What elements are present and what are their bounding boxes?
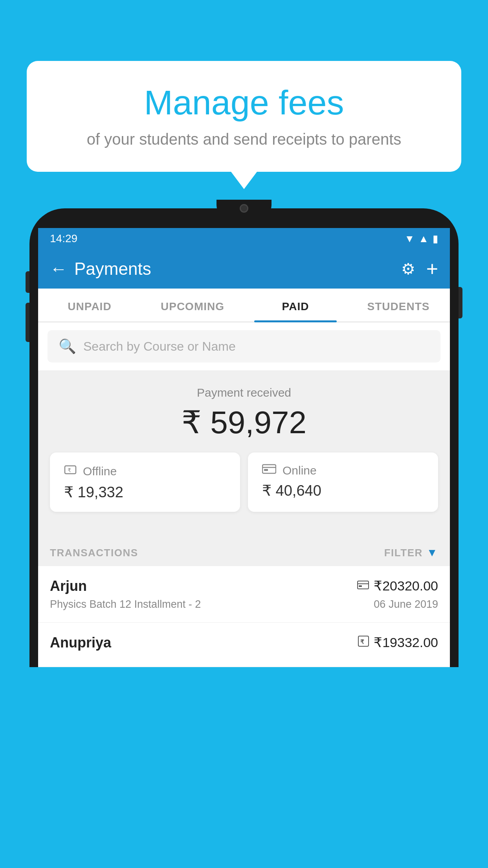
status-icons: ▼ ▲ ▮ xyxy=(405,233,438,245)
signal-icon: ▲ xyxy=(418,233,429,245)
transaction-top: Anupriya ₹ ₹19332.00 xyxy=(50,634,438,651)
transaction-amount-wrap: ₹ ₹19332.00 xyxy=(358,634,438,650)
app-header: ← Payments ⚙ + xyxy=(38,249,450,289)
payment-summary: Payment received ₹ 59,972 ₹ xyxy=(38,370,450,535)
app-title: Payments xyxy=(74,259,151,279)
payment-cards: ₹ Offline ₹ 19,332 xyxy=(50,452,438,524)
header-right: ⚙ + xyxy=(401,257,438,281)
svg-text:₹: ₹ xyxy=(360,638,364,645)
payment-total-amount: ₹ 59,972 xyxy=(50,404,438,441)
tabs-bar: UNPAID UPCOMING PAID STUDENTS xyxy=(38,289,450,322)
front-camera xyxy=(240,204,248,213)
transactions-label: TRANSACTIONS xyxy=(50,547,138,559)
transaction-name: Anupriya xyxy=(50,634,111,651)
offline-amount: ₹ 19,332 xyxy=(64,484,123,501)
rupee-payment-icon: ₹ xyxy=(358,636,369,649)
offline-label: Offline xyxy=(83,465,117,478)
offline-card-header: ₹ Offline xyxy=(64,463,117,479)
settings-icon[interactable]: ⚙ xyxy=(401,260,415,278)
transaction-name: Arjun xyxy=(50,578,87,594)
search-icon: 🔍 xyxy=(59,338,76,355)
svg-text:₹: ₹ xyxy=(68,467,71,473)
back-button[interactable]: ← xyxy=(50,259,67,279)
power-button xyxy=(459,287,462,318)
tab-paid[interactable]: PAID xyxy=(244,289,347,322)
transaction-detail: Physics Batch 12 Installment - 2 xyxy=(50,598,201,611)
filter-label: FILTER xyxy=(384,547,423,559)
filter-icon: ▼ xyxy=(427,546,438,559)
offline-card: ₹ Offline ₹ 19,332 xyxy=(50,452,240,512)
transaction-amount: ₹19332.00 xyxy=(374,634,438,650)
speech-bubble: Manage fees of your students and send re… xyxy=(27,61,461,172)
transaction-item[interactable]: Anupriya ₹ ₹19332.00 xyxy=(38,623,450,667)
search-bar[interactable]: 🔍 Search by Course or Name xyxy=(48,330,440,362)
tab-students[interactable]: STUDENTS xyxy=(347,289,450,322)
phone-notch xyxy=(216,200,272,217)
status-bar: 14:29 ▼ ▲ ▮ xyxy=(38,228,450,249)
tab-unpaid[interactable]: UNPAID xyxy=(38,289,141,322)
svg-rect-4 xyxy=(264,469,268,471)
phone-screen: 14:29 ▼ ▲ ▮ ← Payments ⚙ + xyxy=(38,228,450,667)
status-time: 14:29 xyxy=(50,232,77,245)
online-card: Online ₹ 40,640 xyxy=(248,452,438,512)
svg-rect-5 xyxy=(358,581,369,589)
svg-rect-7 xyxy=(359,585,362,587)
online-card-header: Online xyxy=(262,463,317,477)
transaction-item[interactable]: Arjun ₹20320.00 xyxy=(38,566,450,623)
transaction-top: Arjun ₹20320.00 xyxy=(50,578,438,594)
card-payment-icon xyxy=(357,579,369,592)
bubble-subtitle: of your students and send receipts to pa… xyxy=(50,131,438,148)
bubble-title: Manage fees xyxy=(50,83,438,123)
volume-down-button xyxy=(26,303,29,342)
transaction-bottom: Physics Batch 12 Installment - 2 06 June… xyxy=(50,598,438,611)
wifi-icon: ▼ xyxy=(405,233,415,245)
transactions-header: TRANSACTIONS FILTER ▼ xyxy=(38,535,450,566)
transaction-amount-wrap: ₹20320.00 xyxy=(357,578,438,594)
transaction-list: Arjun ₹20320.00 xyxy=(38,566,450,667)
volume-up-button xyxy=(26,271,29,293)
search-placeholder: Search by Course or Name xyxy=(83,339,236,354)
offline-icon: ₹ xyxy=(64,463,77,479)
phone-mockup: 14:29 ▼ ▲ ▮ ← Payments ⚙ + xyxy=(29,208,459,868)
header-left: ← Payments xyxy=(50,259,151,279)
online-icon xyxy=(262,463,276,477)
online-label: Online xyxy=(283,464,317,477)
transaction-date: 06 June 2019 xyxy=(374,598,438,611)
phone-body: 14:29 ▼ ▲ ▮ ← Payments ⚙ + xyxy=(29,208,459,667)
search-container: 🔍 Search by Course or Name xyxy=(38,322,450,370)
online-amount: ₹ 40,640 xyxy=(262,482,321,499)
filter-button[interactable]: FILTER ▼ xyxy=(384,546,438,559)
add-icon[interactable]: + xyxy=(426,257,438,281)
tab-upcoming[interactable]: UPCOMING xyxy=(141,289,244,322)
battery-icon: ▮ xyxy=(433,233,438,245)
transaction-amount: ₹20320.00 xyxy=(374,578,438,594)
payment-received-label: Payment received xyxy=(50,386,438,399)
